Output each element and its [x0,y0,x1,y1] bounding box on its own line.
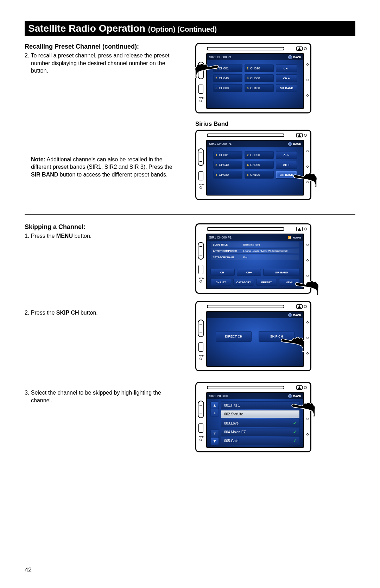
channel-row-selected[interactable]: 002.StarLite [221,410,300,418]
heading-recall: Recalling Preset Channel (continued): [25,43,181,50]
hand-pointer-icon [294,277,319,297]
eject-icon: ▲ [296,47,303,51]
info-song-title: SONG TITLEBleeding love [211,242,299,247]
ch-plus-button[interactable]: CH + [276,74,297,82]
step-skip-1: 1. Press the MENU button. [31,232,181,240]
hand-pointer-icon [291,399,316,418]
usb-icon [198,171,203,180]
page-title-bar: Satellite Radio Operation (Option) (Cont… [25,21,355,36]
screen-presets[interactable]: SIR1 CH000 P1 BACK 1CH001 2CH020 CH - 3C… [206,140,304,196]
device-channel-list: ▲ AV IN SIR1 P0 CH0 BACK ▲ ▲ ▼ ▼ [195,382,311,452]
screen-presets[interactable]: SIR1 CH000 P1 BACK 1CH001 2CH020 CH - 3C… [206,53,304,109]
preset-1[interactable]: 1CH001 [213,151,242,159]
signal-icon: 📶 [288,236,291,239]
screen-nowplaying[interactable]: SIR1 CH000 P1 📶HOME SONG TITLEBleeding l… [206,234,304,289]
check-icon: ✓ [293,438,297,443]
ch-minus-button[interactable]: CH- [210,269,235,276]
check-icon: ✓ [293,421,297,426]
home-button[interactable]: HOME [293,236,301,239]
hand-pointer-icon [280,334,305,353]
preset-3[interactable]: 3CH040 [213,161,242,169]
info-category: CATEGORY NAMEPop [211,255,299,260]
channel-row[interactable]: 003.Love✓ [221,419,300,427]
step-recall-2: 2. To recall a preset channel, press and… [31,52,181,75]
sir-band-button[interactable]: SIR BAND [276,84,297,92]
back-button[interactable]: BACK [288,142,301,146]
page-number: 42 [25,567,32,574]
status-text: SIR1 CH000 P1 [209,236,232,239]
scroll-nav: ▲ ▲ ▼ ▼ [210,401,219,445]
screen-channel-list[interactable]: SIR1 P0 CH0 BACK ▲ ▲ ▼ ▼ 001.Hits 1✓ 002… [206,392,304,448]
page-down-icon[interactable]: ▼ [210,429,219,437]
preset-2[interactable]: 2CH020 [245,64,274,72]
sir-band-button[interactable]: SIR BAND [263,269,300,276]
eject-icon: ▲ [296,133,303,137]
ch-minus-button[interactable]: CH - [276,64,297,72]
dot-icon [304,47,307,50]
preset-4[interactable]: 4CH060 [245,161,274,169]
ch-plus-button[interactable]: CH + [276,161,297,169]
status-text: SIR1 CH000 P1 [209,55,232,59]
heading-skipping: Skipping a Channel: [25,223,181,231]
section-divider [25,214,355,215]
preset-4[interactable]: 4CH060 [245,74,274,82]
title-sub: (Option) (Continued) [148,25,217,33]
scroll-up-button[interactable]: ▲ [210,401,219,409]
preset-button[interactable]: PRESET [256,279,277,286]
volume-knob-icon [198,148,204,166]
back-button[interactable]: BACK [288,55,301,59]
title-main: Satellite Radio Operation [28,23,148,34]
ch-plus-button[interactable]: CH+ [237,269,261,276]
channel-row[interactable]: 005.Gold✓ [221,437,300,445]
device-sirius-band: ▲ AV IN SIR1 CH000 P1 BACK 1CH001 2CH020… [195,130,311,200]
channel-row[interactable]: 001.Hits 1✓ [221,401,300,409]
status-text: SIR1 P0 CH0 [209,394,228,398]
status-text: SIR1 CH000 P1 [209,142,232,146]
preset-6[interactable]: 6CH100 [245,171,274,179]
ch-minus-button[interactable]: CH - [276,151,297,159]
note-block: Note: Additional channels can also be re… [31,156,181,179]
back-button[interactable]: BACK [288,313,301,317]
check-icon: ✓ [293,429,297,434]
step-skip-2: 2. Press the SKIP CH button. [31,309,181,317]
preset-5[interactable]: 5CH080 [213,84,242,92]
back-button[interactable]: BACK [288,394,301,398]
preset-2[interactable]: 2CH020 [245,151,274,159]
scroll-down-button[interactable]: ▼ [210,437,219,445]
figure-label-sirius: Sirius Band [195,120,355,128]
page-up-icon[interactable]: ▲ [210,409,219,417]
info-artist: ARTIST/COMPOSERLeona Lewis / Most Wutchu… [211,248,299,254]
step-skip-3: 3. Select the channel to be skipped by h… [31,389,181,404]
direct-ch-button[interactable]: DIRECT CH [216,331,252,342]
preset-6[interactable]: 6CH100 [245,84,274,92]
avin-label: AV IN [199,97,204,99]
ch-list-button[interactable]: CH LIST [210,279,231,286]
hand-pointer-icon [293,169,317,189]
device-recall-preset: ▲ AV IN SIR1 CH000 P1 BACK 1CH001 2CH020… [195,43,311,113]
hand-pointer-icon [195,60,219,79]
usb-icon [198,85,203,94]
channel-row[interactable]: 004.Movin EZ✓ [221,428,300,436]
device-menu: ▲ AV IN SIR1 CH000 P1 📶HOME SONG TITLEBl… [195,223,311,294]
preset-5[interactable]: 5CH080 [213,171,242,179]
category-button[interactable]: CATEGORY [233,279,254,286]
device-skipch: ▲ AV IN BACK DIRECT CH SKIP CH [195,301,311,371]
